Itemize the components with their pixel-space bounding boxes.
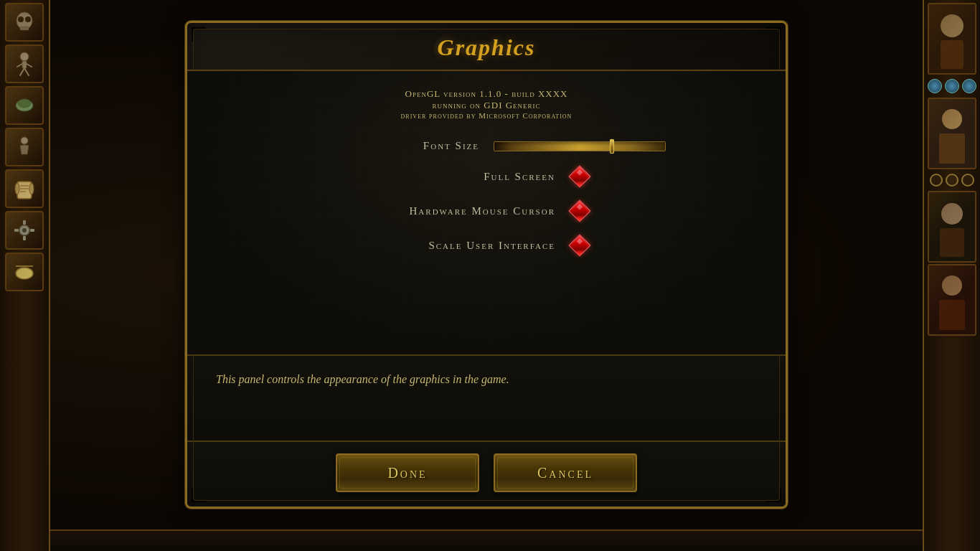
font-size-slider-track[interactable] [494, 141, 666, 151]
sidebar-item-skull[interactable] [5, 3, 44, 42]
hardware-mouse-gem [568, 199, 590, 222]
mini-icon-3 [962, 79, 976, 93]
svg-rect-3 [20, 27, 29, 30]
svg-point-15 [21, 137, 28, 144]
done-button[interactable]: Done [336, 453, 479, 492]
sidebar-item-gear[interactable] [5, 211, 44, 250]
mini-circle-3 [961, 174, 974, 187]
font-size-slider-thumb[interactable] [610, 139, 614, 154]
svg-point-31 [941, 14, 963, 37]
svg-rect-36 [929, 192, 975, 261]
graphics-dialog: Graphics OpenGL version 1.1.0 - build XX… [185, 21, 788, 509]
svg-line-10 [24, 68, 29, 75]
portrait-3[interactable] [928, 191, 976, 263]
scale-ui-label: Scale User Interface [383, 240, 555, 252]
portrait-1-image [929, 4, 975, 73]
hardware-mouse-label: Hardware Mouse Cursor [383, 205, 555, 217]
full-screen-gem [568, 165, 590, 187]
dialog-title-bar: Graphics [187, 23, 786, 71]
sidebar-item-figure[interactable] [5, 128, 44, 166]
opengl-line1: OpenGL version 1.1.0 - build XXXX [216, 88, 757, 100]
portrait-1[interactable] [928, 3, 976, 75]
svg-rect-33 [929, 99, 975, 168]
corner-bl [192, 488, 206, 502]
scale-ui-toggle[interactable] [570, 235, 590, 255]
svg-rect-38 [940, 228, 964, 257]
svg-point-40 [942, 276, 962, 296]
font-size-slider-container[interactable] [494, 141, 666, 151]
svg-rect-30 [929, 4, 975, 73]
mini-circle-1 [930, 174, 943, 187]
opengl-line2: running on GDI Generic [216, 100, 757, 111]
scale-ui-gem [568, 234, 590, 256]
svg-rect-25 [23, 236, 26, 240]
sidebar-right [923, 0, 980, 551]
bottom-bar [50, 529, 923, 551]
mini-circle-2 [946, 174, 958, 187]
portrait-2-image [929, 99, 975, 168]
portrait-4-image [929, 265, 975, 334]
svg-point-22 [19, 225, 29, 235]
skeleton-icon [11, 51, 37, 77]
opengl-info: OpenGL version 1.1.0 - build XXXX runnin… [216, 88, 757, 120]
svg-rect-8 [22, 61, 27, 68]
svg-line-12 [27, 64, 32, 67]
svg-rect-32 [941, 40, 963, 69]
svg-point-1 [18, 17, 24, 22]
sidebar-item-eye[interactable] [5, 253, 44, 291]
svg-point-34 [942, 109, 962, 129]
corner-br [767, 488, 781, 502]
mini-icon-1 [928, 79, 942, 93]
sidebar-item-scroll[interactable] [5, 169, 44, 208]
gear-icon [11, 217, 37, 243]
svg-rect-41 [939, 300, 965, 330]
portrait-3-image [929, 192, 975, 261]
description-text: This panel controls the appearance of th… [216, 370, 757, 389]
svg-point-20 [15, 183, 19, 194]
svg-point-23 [22, 228, 27, 232]
svg-rect-24 [23, 220, 26, 225]
right-items-row [925, 76, 979, 96]
svg-point-7 [20, 52, 29, 61]
right-items-row-2 [927, 171, 977, 189]
font-size-row: Font Size [216, 140, 757, 152]
portrait-4[interactable] [928, 264, 976, 336]
sidebar-item-item1[interactable] [5, 86, 44, 125]
sidebar-item-skeleton[interactable] [5, 44, 44, 83]
dialog-overlay: Graphics OpenGL version 1.1.0 - build XX… [50, 0, 923, 529]
item1-icon [11, 93, 37, 118]
full-screen-label: Full Screen [383, 171, 555, 183]
svg-point-13 [16, 100, 33, 111]
svg-point-14 [18, 99, 31, 108]
eye-icon [11, 259, 37, 285]
svg-line-11 [17, 64, 22, 67]
svg-point-37 [941, 203, 963, 225]
skull-icon [11, 9, 37, 35]
dialog-description: This panel controls the appearance of th… [187, 354, 786, 441]
scroll-icon [11, 176, 37, 202]
dialog-title: Graphics [202, 34, 771, 61]
svg-line-9 [20, 68, 24, 75]
hardware-mouse-toggle[interactable] [570, 201, 590, 221]
svg-point-28 [16, 268, 33, 279]
mini-icon-2 [945, 79, 959, 93]
svg-point-0 [17, 12, 32, 29]
dialog-buttons: Done Cancel [187, 441, 786, 507]
svg-point-21 [29, 183, 34, 194]
svg-rect-27 [30, 229, 34, 232]
portrait-2[interactable] [928, 98, 976, 169]
figure-icon [11, 134, 37, 160]
svg-rect-16 [17, 182, 32, 199]
full-screen-row: Full Screen [216, 166, 757, 187]
svg-rect-35 [939, 133, 965, 164]
scale-ui-row: Scale User Interface [216, 235, 757, 255]
full-screen-toggle[interactable] [570, 166, 590, 187]
sidebar-left [0, 0, 50, 551]
hardware-mouse-row: Hardware Mouse Cursor [216, 201, 757, 221]
font-size-label: Font Size [307, 140, 479, 152]
svg-rect-39 [929, 265, 975, 334]
cancel-button[interactable]: Cancel [494, 453, 637, 492]
dialog-content: OpenGL version 1.1.0 - build XXXX runnin… [187, 71, 786, 354]
svg-point-2 [25, 17, 31, 22]
svg-rect-26 [14, 229, 19, 232]
